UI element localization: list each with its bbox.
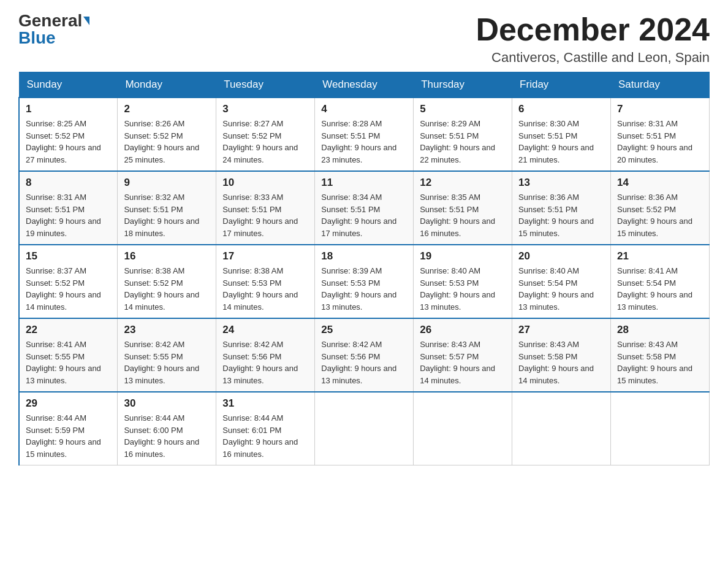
day-info: Sunrise: 8:42 AM Sunset: 5:56 PM Dayligh… bbox=[222, 339, 308, 386]
day-number: 25 bbox=[321, 324, 407, 336]
day-number: 9 bbox=[124, 177, 210, 189]
day-number: 11 bbox=[321, 177, 407, 189]
calendar-cell bbox=[611, 392, 710, 465]
day-info: Sunrise: 8:44 AM Sunset: 5:59 PM Dayligh… bbox=[26, 412, 111, 460]
day-info: Sunrise: 8:38 AM Sunset: 5:53 PM Dayligh… bbox=[222, 265, 308, 313]
day-number: 3 bbox=[222, 103, 308, 115]
calendar-cell: 14 Sunrise: 8:36 AM Sunset: 5:52 PM Dayl… bbox=[611, 171, 710, 245]
day-info: Sunrise: 8:35 AM Sunset: 5:51 PM Dayligh… bbox=[420, 191, 506, 239]
calendar-cell: 18 Sunrise: 8:39 AM Sunset: 5:53 PM Dayl… bbox=[315, 245, 414, 318]
calendar-week-row: 15 Sunrise: 8:37 AM Sunset: 5:52 PM Dayl… bbox=[19, 245, 710, 318]
day-number: 19 bbox=[420, 250, 506, 262]
title-block: December 2024 Cantiveros, Castille and L… bbox=[476, 12, 710, 66]
day-number: 28 bbox=[617, 324, 703, 336]
calendar-cell: 30 Sunrise: 8:44 AM Sunset: 6:00 PM Dayl… bbox=[118, 392, 216, 465]
day-info: Sunrise: 8:42 AM Sunset: 5:55 PM Dayligh… bbox=[124, 339, 210, 386]
calendar-cell: 1 Sunrise: 8:25 AM Sunset: 5:52 PM Dayli… bbox=[19, 98, 118, 171]
calendar-week-row: 22 Sunrise: 8:41 AM Sunset: 5:55 PM Dayl… bbox=[19, 318, 710, 392]
day-number: 2 bbox=[124, 103, 210, 115]
day-info: Sunrise: 8:36 AM Sunset: 5:51 PM Dayligh… bbox=[518, 191, 604, 239]
day-info: Sunrise: 8:40 AM Sunset: 5:54 PM Dayligh… bbox=[518, 265, 604, 313]
calendar-cell: 16 Sunrise: 8:38 AM Sunset: 5:52 PM Dayl… bbox=[118, 245, 216, 318]
logo-blue-text: Blue bbox=[18, 29, 56, 47]
calendar-table: SundayMondayTuesdayWednesdayThursdayFrid… bbox=[18, 72, 710, 465]
day-number: 23 bbox=[124, 324, 210, 336]
calendar-cell: 5 Sunrise: 8:29 AM Sunset: 5:51 PM Dayli… bbox=[414, 98, 512, 171]
calendar-cell: 2 Sunrise: 8:26 AM Sunset: 5:52 PM Dayli… bbox=[118, 98, 216, 171]
location-subtitle: Cantiveros, Castille and Leon, Spain bbox=[476, 50, 710, 66]
calendar-cell bbox=[414, 392, 512, 465]
day-number: 5 bbox=[420, 103, 506, 115]
day-info: Sunrise: 8:33 AM Sunset: 5:51 PM Dayligh… bbox=[222, 191, 308, 239]
calendar-cell: 20 Sunrise: 8:40 AM Sunset: 5:54 PM Dayl… bbox=[512, 245, 611, 318]
day-number: 12 bbox=[420, 177, 506, 189]
calendar-cell: 21 Sunrise: 8:41 AM Sunset: 5:54 PM Dayl… bbox=[611, 245, 710, 318]
calendar-cell bbox=[512, 392, 611, 465]
day-info: Sunrise: 8:42 AM Sunset: 5:56 PM Dayligh… bbox=[321, 339, 407, 386]
day-info: Sunrise: 8:43 AM Sunset: 5:58 PM Dayligh… bbox=[518, 339, 604, 386]
day-number: 1 bbox=[26, 103, 111, 115]
day-number: 6 bbox=[518, 103, 604, 115]
day-info: Sunrise: 8:41 AM Sunset: 5:55 PM Dayligh… bbox=[26, 339, 111, 386]
month-year-title: December 2024 bbox=[476, 12, 710, 47]
day-number: 30 bbox=[124, 397, 210, 410]
calendar-cell: 6 Sunrise: 8:30 AM Sunset: 5:51 PM Dayli… bbox=[512, 98, 611, 171]
day-number: 24 bbox=[222, 324, 308, 336]
day-number: 15 bbox=[26, 250, 111, 262]
day-number: 18 bbox=[321, 250, 407, 262]
weekday-header-thursday: Thursday bbox=[414, 72, 512, 98]
calendar-cell: 7 Sunrise: 8:31 AM Sunset: 5:51 PM Dayli… bbox=[611, 98, 710, 171]
day-info: Sunrise: 8:32 AM Sunset: 5:51 PM Dayligh… bbox=[124, 191, 210, 239]
logo-triangle-icon bbox=[83, 17, 89, 25]
weekday-header-monday: Monday bbox=[118, 72, 216, 98]
day-info: Sunrise: 8:31 AM Sunset: 5:51 PM Dayligh… bbox=[26, 191, 111, 239]
day-info: Sunrise: 8:43 AM Sunset: 5:57 PM Dayligh… bbox=[420, 339, 506, 386]
calendar-cell: 3 Sunrise: 8:27 AM Sunset: 5:52 PM Dayli… bbox=[216, 98, 315, 171]
day-number: 13 bbox=[518, 177, 604, 189]
calendar-cell: 25 Sunrise: 8:42 AM Sunset: 5:56 PM Dayl… bbox=[315, 318, 414, 392]
day-info: Sunrise: 8:31 AM Sunset: 5:51 PM Dayligh… bbox=[617, 118, 703, 166]
calendar-cell: 22 Sunrise: 8:41 AM Sunset: 5:55 PM Dayl… bbox=[19, 318, 118, 392]
calendar-cell: 26 Sunrise: 8:43 AM Sunset: 5:57 PM Dayl… bbox=[414, 318, 512, 392]
day-info: Sunrise: 8:38 AM Sunset: 5:52 PM Dayligh… bbox=[124, 265, 210, 313]
calendar-week-row: 8 Sunrise: 8:31 AM Sunset: 5:51 PM Dayli… bbox=[19, 171, 710, 245]
calendar-cell: 8 Sunrise: 8:31 AM Sunset: 5:51 PM Dayli… bbox=[19, 171, 118, 245]
day-info: Sunrise: 8:26 AM Sunset: 5:52 PM Dayligh… bbox=[124, 118, 210, 166]
day-info: Sunrise: 8:40 AM Sunset: 5:53 PM Dayligh… bbox=[420, 265, 506, 313]
calendar-week-row: 1 Sunrise: 8:25 AM Sunset: 5:52 PM Dayli… bbox=[19, 98, 710, 171]
calendar-cell: 10 Sunrise: 8:33 AM Sunset: 5:51 PM Dayl… bbox=[216, 171, 315, 245]
page-header: General Blue December 2024 Cantiveros, C… bbox=[18, 12, 710, 66]
day-number: 22 bbox=[26, 324, 111, 336]
day-info: Sunrise: 8:41 AM Sunset: 5:54 PM Dayligh… bbox=[617, 265, 703, 313]
day-number: 21 bbox=[617, 250, 703, 262]
logo-general-text: General bbox=[18, 12, 82, 29]
calendar-cell: 9 Sunrise: 8:32 AM Sunset: 5:51 PM Dayli… bbox=[118, 171, 216, 245]
calendar-cell: 27 Sunrise: 8:43 AM Sunset: 5:58 PM Dayl… bbox=[512, 318, 611, 392]
weekday-header-sunday: Sunday bbox=[19, 72, 118, 98]
day-info: Sunrise: 8:44 AM Sunset: 6:01 PM Dayligh… bbox=[222, 412, 308, 460]
calendar-cell bbox=[315, 392, 414, 465]
day-number: 4 bbox=[321, 103, 407, 115]
day-info: Sunrise: 8:28 AM Sunset: 5:51 PM Dayligh… bbox=[321, 118, 407, 166]
calendar-cell: 15 Sunrise: 8:37 AM Sunset: 5:52 PM Dayl… bbox=[19, 245, 118, 318]
weekday-header-tuesday: Tuesday bbox=[216, 72, 315, 98]
weekday-header-saturday: Saturday bbox=[611, 72, 710, 98]
day-info: Sunrise: 8:27 AM Sunset: 5:52 PM Dayligh… bbox=[222, 118, 308, 166]
day-info: Sunrise: 8:44 AM Sunset: 6:00 PM Dayligh… bbox=[124, 412, 210, 460]
day-number: 14 bbox=[617, 177, 703, 189]
day-number: 16 bbox=[124, 250, 210, 262]
calendar-cell: 13 Sunrise: 8:36 AM Sunset: 5:51 PM Dayl… bbox=[512, 171, 611, 245]
weekday-header-wednesday: Wednesday bbox=[315, 72, 414, 98]
day-info: Sunrise: 8:43 AM Sunset: 5:58 PM Dayligh… bbox=[617, 339, 703, 386]
calendar-cell: 31 Sunrise: 8:44 AM Sunset: 6:01 PM Dayl… bbox=[216, 392, 315, 465]
day-number: 7 bbox=[617, 103, 703, 115]
day-info: Sunrise: 8:29 AM Sunset: 5:51 PM Dayligh… bbox=[420, 118, 506, 166]
day-number: 31 bbox=[222, 397, 308, 410]
day-number: 27 bbox=[518, 324, 604, 336]
weekday-header-row: SundayMondayTuesdayWednesdayThursdayFrid… bbox=[19, 72, 710, 98]
calendar-cell: 12 Sunrise: 8:35 AM Sunset: 5:51 PM Dayl… bbox=[414, 171, 512, 245]
logo: General Blue bbox=[18, 12, 89, 47]
day-number: 10 bbox=[222, 177, 308, 189]
day-info: Sunrise: 8:34 AM Sunset: 5:51 PM Dayligh… bbox=[321, 191, 407, 239]
day-number: 29 bbox=[26, 397, 111, 410]
